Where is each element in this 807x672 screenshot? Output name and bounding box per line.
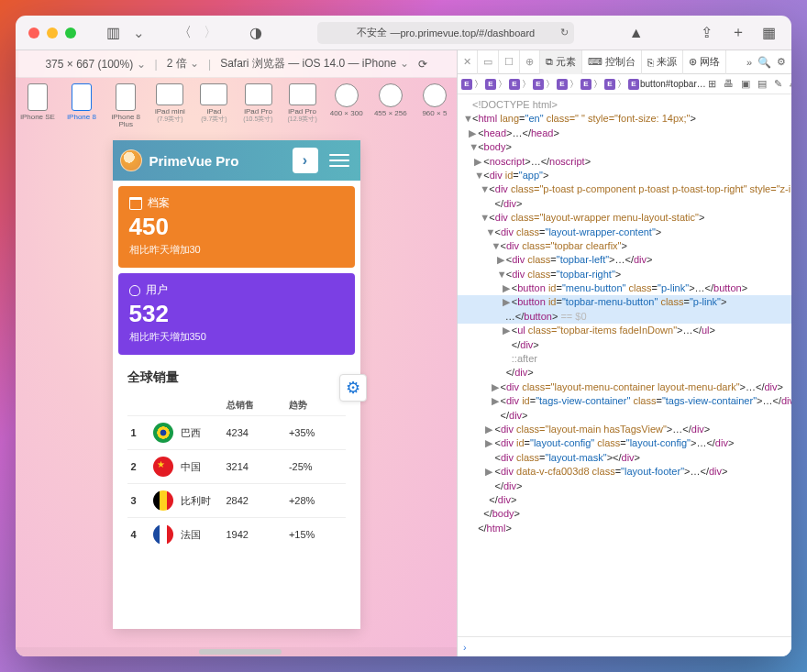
zoom-select[interactable]: 2 倍 <box>167 56 199 72</box>
stat-card-subtitle: 相比昨天增加30 <box>129 243 344 257</box>
devtools-close-icon[interactable]: ✕ <box>458 50 478 74</box>
paint-icon[interactable]: ✎ <box>774 78 782 90</box>
stat-card-files: 档案 450 相比昨天增加30 <box>118 186 355 268</box>
rotate-icon[interactable]: ⟳ <box>418 58 427 71</box>
sales-panel: 全球销量 总销售 趋势 1巴西4234+35%2中国3214-25%3比利时28… <box>118 360 355 556</box>
device-455-×-256[interactable]: 455 × 256 <box>372 83 409 117</box>
device-iphone-se[interactable]: iPhone SE <box>19 83 56 121</box>
menu-button[interactable] <box>326 147 353 174</box>
stage-scroll[interactable]: PrimeVue Pro › 档案 450 相比昨天增加30 用户 532 相比… <box>16 131 457 647</box>
stat-card-subtitle: 相比昨天增加350 <box>129 330 344 344</box>
shield-icon[interactable]: ◑ <box>247 24 265 42</box>
shadow-icon[interactable]: ▣ <box>741 78 750 90</box>
app-brand: PrimeVue Pro <box>149 153 285 169</box>
minimize-window-button[interactable] <box>47 28 58 39</box>
browser-select[interactable]: Safari 浏览器 — iOS 14.0 — iPhone <box>220 56 408 72</box>
close-window-button[interactable] <box>28 28 39 39</box>
sales-table: 总销售 趋势 1巴西4234+35%2中国3214-25%3比利时2842+28… <box>127 395 346 551</box>
device-iphone-8[interactable]: iPhone 8 <box>63 83 100 121</box>
table-row: 4法国1942+15% <box>127 518 346 552</box>
tab-elements[interactable]: ⧉元素 <box>540 50 582 74</box>
flag-icon <box>153 457 173 477</box>
stat-card-title: 用户 <box>129 282 344 298</box>
breadcrumb[interactable]: E〉 E〉 E〉 E〉 E〉 E〉 E〉 Ebutton#topbar… ⊞ 🖶… <box>458 74 791 94</box>
devtools-warning-icon[interactable]: ▲ <box>627 24 646 42</box>
responsive-toolbar: 375 × 667 (100%) | 2 倍 | Safari 浏览器 — iO… <box>16 50 457 78</box>
ruler-icon[interactable]: ▤ <box>757 78 767 90</box>
flag-icon <box>153 423 173 443</box>
print-icon[interactable]: 🖶 <box>724 78 734 90</box>
dimensions-select[interactable]: 375 × 667 (100%) <box>45 58 145 71</box>
table-row: 3比利时2842+28% <box>127 484 346 518</box>
device-mode-icon[interactable]: ☐ <box>499 50 520 74</box>
inspect-icon[interactable]: ⊕ <box>520 50 540 74</box>
device-list: iPhone SEiPhone 8iPhone 8 PlusiPad mini(… <box>16 78 457 131</box>
console-prompt[interactable]: › <box>458 636 791 656</box>
share-icon[interactable]: ⇪ <box>698 24 716 42</box>
flag-icon <box>153 490 173 511</box>
device-ipad-mini[interactable]: iPad mini(7.9英寸) <box>151 83 188 123</box>
avatar <box>120 149 142 171</box>
url-text: pro.primevue.top/#/dashboard <box>400 28 535 39</box>
table-row: 1巴西4234+35% <box>127 416 346 450</box>
devtools-pane: ✕ ▭ ☐ ⊕ ⧉元素 ⌨控制台 ⎘来源 ⊛网络 » 🔍 ⚙ <box>457 50 791 656</box>
chevron-down-icon[interactable]: ⌄ <box>129 24 148 42</box>
url-bar[interactable]: 不安全 — pro.primevue.top/#/dashboard ↻ <box>317 22 574 44</box>
tab-console[interactable]: ⌨控制台 <box>582 50 642 74</box>
forward-button[interactable]: 〉 <box>201 24 219 42</box>
more-tabs-icon[interactable]: » <box>746 57 752 68</box>
col-total: 总销售 <box>223 395 285 416</box>
table-row: 2中国3214-25% <box>127 450 346 484</box>
device-960-×-5[interactable]: 960 × 5 <box>416 83 453 117</box>
gear-icon[interactable]: ⚙ <box>777 56 786 68</box>
tab-network[interactable]: ⊛网络 <box>683 50 726 74</box>
tab-source[interactable]: ⎘来源 <box>642 50 683 74</box>
device-ipad-pro[interactable]: iPad Pro(12.9英寸) <box>284 83 321 123</box>
browser-window: ▥ ⌄ 〈 〉 ◑ 不安全 — pro.primevue.top/#/dashb… <box>16 16 791 656</box>
devtools-toolbar: ✕ ▭ ☐ ⊕ ⧉元素 ⌨控制台 ⎘来源 ⊛网络 » 🔍 ⚙ <box>458 50 791 74</box>
stat-card-value: 450 <box>129 213 344 241</box>
composite-icon[interactable]: ▱ <box>790 78 791 90</box>
chevron-right-button[interactable]: › <box>293 148 318 173</box>
titlebar: ▥ ⌄ 〈 〉 ◑ 不安全 — pro.primevue.top/#/dashb… <box>16 16 791 50</box>
window-controls <box>28 28 76 39</box>
dom-tree[interactable]: <!DOCTYPE html>▼<html lang="en" class=" … <box>458 94 791 636</box>
device-iphone-8-plus[interactable]: iPhone 8 Plus <box>107 83 144 129</box>
stat-card-value: 532 <box>129 300 344 328</box>
search-icon[interactable]: 🔍 <box>757 56 771 69</box>
device-ipad-pro[interactable]: iPad Pro(10.5英寸) <box>239 83 276 123</box>
tabs-overview-icon[interactable]: ▦ <box>760 24 779 42</box>
flag-icon <box>153 524 173 545</box>
horizontal-scrollbar[interactable] <box>16 647 457 656</box>
panel-title: 全球销量 <box>127 369 346 386</box>
responsive-preview-pane: 375 × 667 (100%) | 2 倍 | Safari 浏览器 — iO… <box>16 50 457 656</box>
reload-icon[interactable]: ↻ <box>560 27 569 39</box>
insecure-label: 不安全 — <box>357 26 400 39</box>
stat-card-users: 用户 532 相比昨天增加350 <box>118 273 355 355</box>
sidebar-icon[interactable]: ▥ <box>104 24 122 42</box>
stat-card-title: 档案 <box>129 195 344 211</box>
zoom-window-button[interactable] <box>65 28 76 39</box>
device-400-×-300[interactable]: 400 × 300 <box>328 83 365 117</box>
layout-icon[interactable]: ⊞ <box>708 78 716 90</box>
app-viewport: PrimeVue Pro › 档案 450 相比昨天增加30 用户 532 相比… <box>113 140 360 629</box>
device-ipad[interactable]: iPad(9.7英寸) <box>195 83 232 123</box>
gear-icon[interactable]: ⚙ <box>339 374 367 402</box>
back-button[interactable]: 〈 <box>175 24 193 42</box>
new-tab-button[interactable]: ＋ <box>729 24 747 42</box>
dock-icon[interactable]: ▭ <box>478 50 499 74</box>
app-topbar: PrimeVue Pro › <box>113 140 360 181</box>
col-trend: 趋势 <box>285 395 346 416</box>
content-area: 375 × 667 (100%) | 2 倍 | Safari 浏览器 — iO… <box>16 50 791 656</box>
